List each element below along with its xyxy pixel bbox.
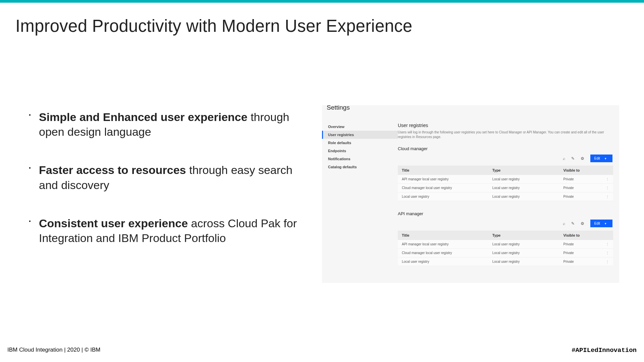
bullet-bold: Consistent user experience: [39, 217, 188, 230]
bullet-item: Simple and Enhanced user experience thro…: [29, 110, 307, 139]
slide-footer: IBM Cloud Integration | 2020 | © IBM #AP…: [7, 347, 637, 354]
cell-visible: Private: [559, 257, 596, 266]
row-menu-icon[interactable]: ⋮: [596, 249, 613, 257]
settings-heading: Settings: [327, 104, 350, 111]
cell-type: Local user registry: [488, 192, 559, 201]
th-actions: [596, 231, 613, 240]
gear-icon[interactable]: ⚙: [581, 221, 584, 226]
toolbar: ⌕ ✎ ⚙ Edit▾: [398, 220, 613, 227]
settings-sidebar: Overview User registries Role defaults E…: [322, 118, 398, 283]
th-type: Type: [488, 166, 559, 175]
cell-title: API manager local user registry: [398, 240, 488, 249]
bullet-bold: Faster access to resources: [39, 164, 186, 176]
th-visible: Visible to: [559, 231, 596, 240]
cell-type: Local user registry: [488, 257, 559, 266]
subsection-cloud-manager: Cloud manager: [398, 146, 613, 151]
section-desc: Users will log in through the following …: [398, 130, 613, 139]
th-visible: Visible to: [559, 166, 596, 175]
cell-type: Local user registry: [488, 175, 559, 184]
table-row: API manager local user registryLocal use…: [398, 175, 613, 184]
settings-screenshot: Settings Overview User registries Role d…: [322, 105, 619, 283]
chevron-down-icon: ▾: [605, 222, 606, 225]
th-title: Title: [398, 231, 488, 240]
bullet-bold: Simple and Enhanced user experience: [39, 111, 248, 123]
search-icon[interactable]: ⌕: [563, 221, 565, 226]
sidebar-item-overview[interactable]: Overview: [322, 123, 398, 131]
sidebar-item-catalog-defaults[interactable]: Catalog defaults: [322, 163, 398, 171]
toolbar: ⌕ ✎ ⚙ Edit▾: [398, 155, 613, 162]
slide-title: Improved Productivity with Modern User E…: [15, 16, 629, 36]
edit-icon[interactable]: ✎: [571, 156, 575, 161]
table-row: Local user registryLocal user registryPr…: [398, 192, 613, 201]
th-title: Title: [398, 166, 488, 175]
table-row: Cloud manager local user registryLocal u…: [398, 249, 613, 257]
row-menu-icon[interactable]: ⋮: [596, 175, 613, 184]
chevron-down-icon: ▾: [605, 157, 606, 160]
table-row: Local user registryLocal user registryPr…: [398, 257, 613, 266]
edit-button[interactable]: Edit▾: [590, 220, 612, 227]
th-actions: [596, 166, 613, 175]
api-manager-table: Title Type Visible to API manager local …: [398, 231, 613, 266]
th-type: Type: [488, 231, 559, 240]
footer-left: IBM Cloud Integration | 2020 | © IBM: [7, 347, 100, 354]
row-menu-icon[interactable]: ⋮: [596, 240, 613, 249]
table-row: Cloud manager local user registryLocal u…: [398, 184, 613, 192]
cloud-manager-table: Title Type Visible to API manager local …: [398, 166, 613, 201]
sidebar-item-role-defaults[interactable]: Role defaults: [322, 139, 398, 147]
cell-visible: Private: [559, 192, 596, 201]
cell-visible: Private: [559, 184, 596, 192]
footer-hashtag: #APILedInnovation: [572, 347, 637, 354]
cell-type: Local user registry: [488, 184, 559, 192]
bullet-item: Consistent user experience across Cloud …: [29, 216, 307, 245]
subsection-api-manager: API manager: [398, 211, 613, 216]
edit-button-label: Edit: [594, 222, 600, 225]
row-menu-icon[interactable]: ⋮: [596, 257, 613, 266]
bullet-list: Simple and Enhanced user experience thro…: [15, 110, 307, 269]
cell-type: Local user registry: [488, 240, 559, 249]
accent-bar: [0, 0, 644, 3]
edit-icon[interactable]: ✎: [571, 221, 575, 226]
cell-visible: Private: [559, 175, 596, 184]
cell-title: Cloud manager local user registry: [398, 249, 488, 257]
table-row: API manager local user registryLocal use…: [398, 240, 613, 249]
cell-title: Local user registry: [398, 257, 488, 266]
row-menu-icon[interactable]: ⋮: [596, 184, 613, 192]
settings-main: User registries Users will log in throug…: [398, 118, 619, 283]
cell-title: API manager local user registry: [398, 175, 488, 184]
cell-visible: Private: [559, 240, 596, 249]
search-icon[interactable]: ⌕: [563, 156, 565, 161]
sidebar-item-notifications[interactable]: Notifications: [322, 155, 398, 163]
sidebar-item-endpoints[interactable]: Endpoints: [322, 147, 398, 155]
gear-icon[interactable]: ⚙: [581, 156, 584, 161]
edit-button[interactable]: Edit▾: [590, 155, 612, 162]
bullet-item: Faster access to resources through easy …: [29, 163, 307, 192]
cell-visible: Private: [559, 249, 596, 257]
cell-title: Cloud manager local user registry: [398, 184, 488, 192]
sidebar-item-user-registries[interactable]: User registries: [322, 131, 398, 139]
cell-title: Local user registry: [398, 192, 488, 201]
cell-type: Local user registry: [488, 249, 559, 257]
row-menu-icon[interactable]: ⋮: [596, 192, 613, 201]
settings-body: Overview User registries Role defaults E…: [322, 118, 619, 283]
section-title: User registries: [398, 123, 613, 128]
edit-button-label: Edit: [594, 157, 600, 160]
